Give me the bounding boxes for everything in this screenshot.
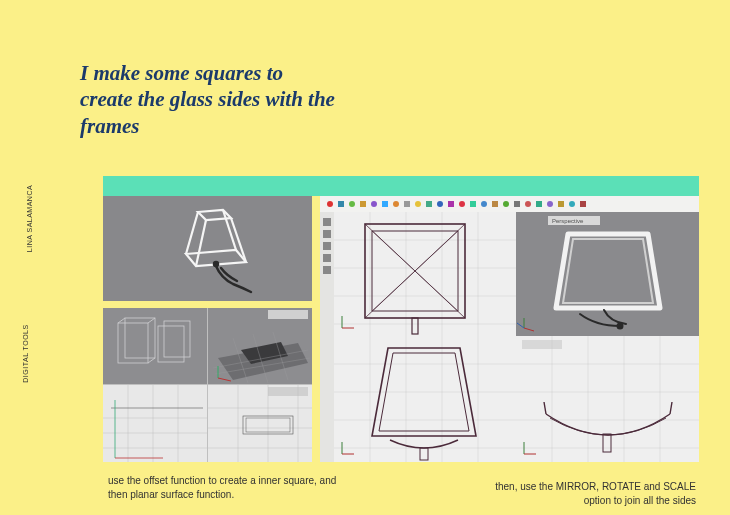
svg-point-5	[214, 262, 218, 266]
svg-rect-73	[580, 201, 586, 207]
svg-rect-79	[323, 266, 331, 274]
caption-right: then, use the MIRROR, ROTATE and SCALE o…	[470, 480, 696, 507]
svg-rect-100	[516, 212, 699, 336]
screenshot-rhino-quad: Perspective	[320, 196, 699, 462]
svg-point-68	[525, 201, 531, 207]
svg-rect-69	[536, 201, 542, 207]
svg-point-50	[327, 201, 333, 207]
svg-rect-120	[522, 340, 562, 349]
svg-rect-9	[103, 385, 207, 462]
svg-rect-61	[448, 201, 454, 207]
screenshot-viewport-quad-small	[103, 308, 312, 462]
svg-point-103	[618, 324, 623, 329]
svg-point-54	[371, 201, 377, 207]
svg-rect-67	[514, 201, 520, 207]
svg-rect-51	[338, 201, 344, 207]
svg-rect-55	[382, 201, 388, 207]
screenshot-lantern-perspective	[103, 196, 312, 301]
svg-rect-59	[426, 201, 432, 207]
svg-rect-75	[323, 218, 331, 226]
svg-point-62	[459, 201, 465, 207]
svg-point-52	[349, 201, 355, 207]
svg-rect-71	[558, 201, 564, 207]
svg-rect-78	[323, 254, 331, 262]
svg-rect-57	[404, 201, 410, 207]
svg-rect-76	[323, 230, 331, 238]
svg-text:Perspective: Perspective	[552, 218, 584, 224]
svg-point-58	[415, 201, 421, 207]
svg-point-60	[437, 201, 443, 207]
svg-rect-119	[516, 336, 699, 462]
sidebar-meta: LINA SALAMANCA DIGITAL TOOLS	[14, 0, 44, 515]
svg-point-70	[547, 201, 553, 207]
svg-rect-63	[470, 201, 476, 207]
author-label: LINA SALAMANCA	[26, 185, 33, 252]
page-heading: I make some squares to create the glass …	[80, 60, 340, 139]
svg-point-56	[393, 201, 399, 207]
svg-rect-20	[268, 310, 308, 319]
svg-rect-39	[268, 387, 308, 396]
accent-bar	[103, 176, 699, 196]
svg-point-64	[481, 201, 487, 207]
svg-rect-53	[360, 201, 366, 207]
svg-rect-107	[334, 336, 516, 462]
svg-rect-77	[323, 242, 331, 250]
caption-left: use the offset function to create a inne…	[108, 474, 358, 501]
svg-point-72	[569, 201, 575, 207]
section-label: DIGITAL TOOLS	[22, 324, 29, 382]
svg-rect-65	[492, 201, 498, 207]
svg-point-66	[503, 201, 509, 207]
svg-rect-10	[208, 385, 312, 462]
